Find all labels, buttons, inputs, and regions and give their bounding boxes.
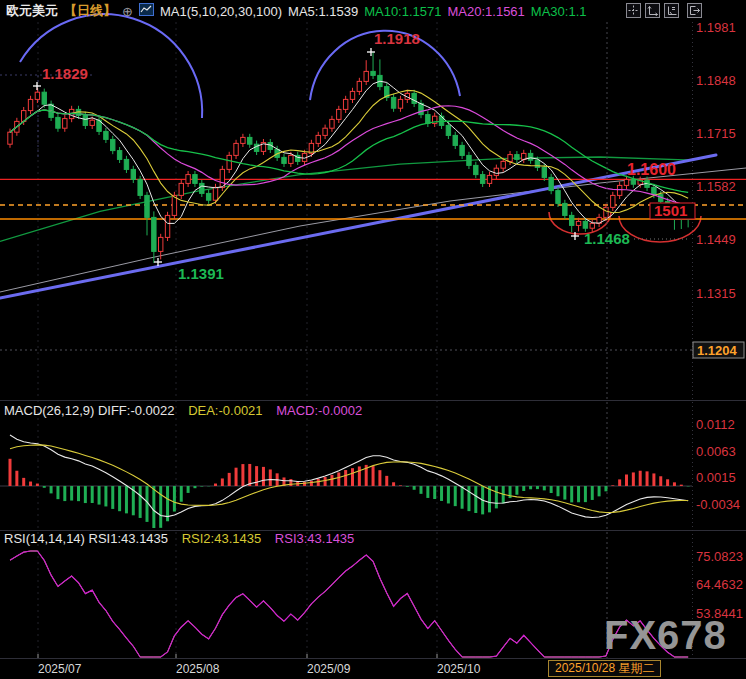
candle-body[interactable] — [467, 155, 471, 165]
candle-body[interactable] — [590, 223, 594, 228]
candle-body[interactable] — [412, 93, 416, 103]
candle-body[interactable] — [494, 168, 498, 175]
candle-body[interactable] — [83, 115, 87, 125]
candle-body[interactable] — [104, 131, 108, 139]
candle-body[interactable] — [220, 169, 224, 187]
candle-body[interactable] — [453, 135, 457, 145]
ma20-line — [10, 106, 688, 206]
candle-body[interactable] — [350, 91, 354, 99]
long-trendline[interactable] — [0, 168, 746, 292]
candle-body[interactable] — [159, 237, 163, 251]
candle-body[interactable] — [323, 128, 327, 135]
candle-body[interactable] — [576, 221, 580, 225]
candle-body[interactable] — [508, 155, 512, 162]
macd-value: MACD:-0.0002 — [276, 403, 362, 418]
candle-body[interactable] — [117, 151, 121, 160]
candle-body[interactable] — [563, 203, 567, 215]
ma10-line — [10, 90, 688, 212]
blue-trendline[interactable] — [0, 155, 716, 298]
macd-title: MACD(26,12,9) DIFF:-0.0022 — [4, 403, 175, 418]
time-axis-label: 2025/09 — [307, 662, 350, 676]
candle-body[interactable] — [460, 145, 464, 155]
candle-body[interactable] — [474, 165, 478, 174]
price-annotation: 1.1468 — [584, 230, 630, 247]
candle-body[interactable] — [337, 109, 341, 119]
candle-body[interactable] — [131, 169, 135, 179]
chart-type-icon[interactable] — [139, 3, 154, 19]
candle-body[interactable] — [617, 185, 621, 195]
candle-body[interactable] — [241, 137, 245, 143]
candle-body[interactable] — [652, 187, 656, 194]
candle-body[interactable] — [186, 175, 190, 184]
move-crosshair-tool-button[interactable] — [626, 3, 641, 18]
candle-body[interactable] — [179, 183, 183, 195]
candle-body[interactable] — [145, 195, 149, 217]
macd-axis-tick: 0.0015 — [696, 470, 736, 485]
pop-out-button[interactable] — [687, 3, 702, 18]
candle-body[interactable] — [282, 157, 286, 163]
candle-body[interactable] — [63, 119, 67, 129]
candle-body[interactable] — [357, 81, 361, 91]
candle-body[interactable] — [556, 191, 560, 204]
candle-body[interactable] — [138, 179, 142, 195]
candle-body[interactable] — [28, 99, 32, 110]
candle-body[interactable] — [343, 99, 347, 109]
rsi1-line — [10, 551, 688, 657]
candle-body[interactable] — [289, 155, 293, 163]
candle-body[interactable] — [8, 132, 12, 144]
candle-body[interactable] — [570, 215, 574, 225]
rsi-header: RSI(14,14,14) RSI1:43.1435 RSI2:43.1435 … — [4, 531, 364, 546]
ma5-value: MA5:1.1539 — [288, 4, 358, 19]
candle-body[interactable] — [111, 139, 115, 150]
rsi-title: RSI(14,14,14) RSI1:43.1435 — [4, 531, 168, 546]
candle-body[interactable] — [624, 179, 628, 185]
candle-body[interactable] — [398, 99, 402, 108]
candle-body[interactable] — [330, 119, 334, 128]
candle-body[interactable] — [583, 221, 587, 228]
price-annotation: 1.1391 — [178, 265, 224, 282]
candle-body[interactable] — [200, 183, 204, 193]
candle-body[interactable] — [35, 92, 39, 99]
candle-body[interactable] — [42, 92, 46, 104]
candle-body[interactable] — [206, 193, 210, 200]
candle-body[interactable] — [631, 179, 635, 184]
candle-body[interactable] — [152, 217, 156, 251]
candle-body[interactable] — [446, 125, 450, 135]
y-axis-zoom-button[interactable] — [645, 3, 660, 18]
candle-body[interactable] — [90, 120, 94, 125]
candle-body[interactable] — [487, 175, 491, 183]
candle-body[interactable] — [227, 155, 231, 169]
candle-body[interactable] — [426, 115, 430, 124]
candle-body[interactable] — [549, 177, 553, 190]
candle-body[interactable] — [371, 71, 375, 75]
candle-body[interactable] — [165, 215, 169, 237]
resistance-label: 1.1600 — [627, 161, 676, 178]
candle-body[interactable] — [611, 195, 615, 207]
candle-body[interactable] — [542, 167, 546, 177]
candle-body[interactable] — [528, 153, 532, 160]
rsi3-value: RSI3:43.1435 — [275, 531, 355, 546]
candle-body[interactable] — [316, 135, 320, 143]
period-label[interactable]: 【日线】 — [64, 2, 116, 20]
x-axis-zoom-button[interactable] — [664, 3, 679, 18]
candle-body[interactable] — [124, 159, 128, 169]
candle-body[interactable] — [248, 137, 252, 144]
candle-body[interactable] — [213, 187, 217, 200]
circle-plus-icon[interactable]: ⊕ — [122, 4, 133, 19]
price-axis-tick: 1.1848 — [696, 73, 736, 88]
candle-body[interactable] — [501, 161, 505, 168]
candle-body[interactable] — [522, 153, 526, 159]
rsi-axis-tick: 64.4632 — [696, 577, 743, 592]
candle-body[interactable] — [193, 175, 197, 184]
crosshair-price-label: 1.1204 — [697, 343, 738, 358]
chart-canvas[interactable]: 1.19811.18481.17151.15821.14491.13151.12… — [0, 0, 746, 679]
candle-body[interactable] — [480, 175, 484, 184]
rsi-axis-tick: 75.0823 — [696, 549, 743, 564]
candle-body[interactable] — [56, 117, 60, 128]
candle-body[interactable] — [234, 143, 238, 155]
candle-body[interactable] — [515, 155, 519, 160]
red-arc-annotation[interactable] — [619, 216, 701, 242]
candle-body[interactable] — [391, 97, 395, 108]
candle-body[interactable] — [364, 71, 368, 81]
candle-body[interactable] — [419, 103, 423, 114]
